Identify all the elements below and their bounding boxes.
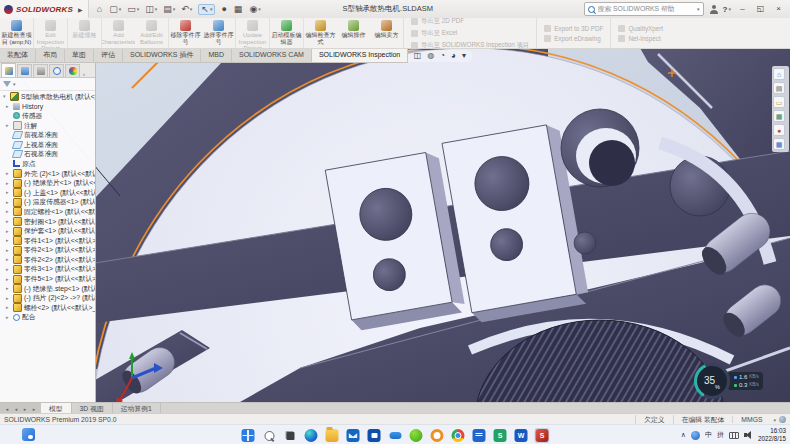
taskbar-app[interactable]	[283, 428, 298, 443]
status-item[interactable]: 欠定义	[635, 415, 672, 425]
headsup-button[interactable]: ◫	[414, 52, 422, 60]
ribbon-button[interactable]: 编辑卖方	[370, 18, 403, 48]
status-item[interactable]: MMGS	[732, 416, 770, 423]
taskbar-app[interactable]	[451, 428, 466, 443]
quick-access-button[interactable]: ◫ ▾	[145, 5, 157, 14]
export-menu-item[interactable]: Net-Inspect	[618, 35, 663, 42]
taskbar-app[interactable]	[262, 428, 277, 443]
status-item[interactable]: 在编辑 装配体	[673, 415, 733, 425]
expand-icon[interactable]: ▸	[6, 200, 11, 205]
search-input[interactable]: 搜索 SOLIDWORKS 帮助 ▾	[584, 2, 704, 16]
command-tab[interactable]: SOLIDWORKS Inspection	[312, 48, 408, 62]
tree-item[interactable]: ▸ 固定螺栓<1> (默认<<默认>_显示状态	[0, 207, 95, 217]
tree-item[interactable]: ▸ 注解	[0, 121, 95, 131]
task-pane-tab[interactable]: ▤	[773, 82, 785, 94]
headsup-button[interactable]: ▾	[462, 52, 466, 60]
expand-icon[interactable]: ▸	[6, 229, 11, 234]
tree-item[interactable]: ▸ 零件2<1> (默认<<默认>_显示状态	[0, 246, 95, 256]
tab-scroll-button[interactable]: ▸	[30, 406, 38, 412]
tree-item[interactable]: ▸ 保护套<1> (默认<<默认>_显示状态	[0, 226, 95, 236]
tree-item[interactable]: ▸ (-) 上盖<1> (默认<<默认>_显示状态	[0, 188, 95, 198]
expand-icon[interactable]: ▸	[6, 181, 11, 186]
quick-access-button[interactable]: ⌂	[97, 5, 103, 14]
headsup-button[interactable]: ◍	[427, 52, 434, 60]
expand-icon[interactable]: ▸	[6, 277, 11, 282]
taskbar-app[interactable]	[472, 428, 487, 443]
expand-icon[interactable]: ▸	[6, 286, 11, 291]
expand-icon[interactable]: ▸	[6, 171, 11, 176]
panel-tab[interactable]	[17, 64, 32, 77]
quick-access-button[interactable]: ▢ ▾	[109, 5, 121, 14]
expand-icon[interactable]: ▸	[6, 248, 11, 253]
status-tag-icon[interactable]	[779, 416, 786, 423]
expand-icon[interactable]: ▸	[6, 219, 11, 224]
expand-icon[interactable]: ▸	[6, 305, 11, 310]
taskbar-app[interactable]	[430, 428, 445, 443]
tray-chevron[interactable]: ∧	[681, 431, 686, 439]
taskbar-app[interactable]	[241, 428, 256, 443]
panel-tab-overflow[interactable]: ›	[83, 71, 85, 77]
taskbar-app[interactable]	[304, 428, 319, 443]
taskbar-app[interactable]	[388, 428, 403, 443]
headsup-button[interactable]: ◔	[440, 52, 445, 60]
tree-item[interactable]: ▸ 外壳 (2)<1> (默认<<默认>_显示状态	[0, 169, 95, 179]
close-button[interactable]: ×	[772, 0, 785, 18]
quick-access-button[interactable]: ◉ ▾	[249, 5, 260, 14]
expand-icon[interactable]: ▸	[6, 123, 11, 128]
tree-item[interactable]: 传感器	[0, 111, 95, 121]
task-pane-tab[interactable]: ▭	[773, 96, 785, 108]
tree-item[interactable]: 上视基准面	[0, 140, 95, 150]
tree-item[interactable]: ▸ (-) 绝缘垫.step<1> (默认<<默认>_显示状态	[0, 284, 95, 294]
tree-item[interactable]: ▸ 零件3<1> (默认<<默认>_显示状态	[0, 265, 95, 275]
taskbar-app[interactable]: W	[514, 428, 529, 443]
taskbar-app[interactable]	[346, 428, 361, 443]
export-menu-item[interactable]: 导出至 2D PDF	[411, 17, 529, 26]
command-tab[interactable]: SOLIDWORKS CAM	[232, 48, 312, 62]
expand-icon[interactable]: ▸	[6, 296, 11, 301]
ribbon-button[interactable]: Update Inspection Project	[235, 18, 269, 48]
tree-filter-row[interactable]: ▾	[0, 78, 95, 91]
export-menu-item[interactable]: Export eDrawing	[544, 35, 603, 42]
ribbon-button[interactable]: Add/Edit Balloons	[135, 18, 168, 48]
tray-shield-icon[interactable]	[691, 431, 700, 440]
quick-access-button[interactable]: ▭ ▾	[127, 5, 139, 14]
minimize-button[interactable]: –	[736, 0, 749, 18]
quick-access-button[interactable]: ▤ ▾	[163, 5, 175, 14]
taskbar-app[interactable]	[325, 428, 340, 443]
taskbar-app[interactable]	[367, 428, 382, 443]
ribbon-button[interactable]: Edit Inspection Project	[33, 18, 67, 48]
units-caret-icon[interactable]: ▾	[773, 417, 776, 423]
command-tab[interactable]: 布局	[36, 48, 65, 62]
touch-keyboard-icon[interactable]	[729, 432, 739, 439]
user-account-icon[interactable]	[709, 5, 718, 14]
tree-item[interactable]: ▸ 零件5<1> (默认<<默认>_显示状态	[0, 274, 95, 284]
panel-tab[interactable]	[65, 64, 80, 77]
expand-icon[interactable]: ▸	[6, 238, 11, 243]
ribbon-button[interactable]: 移除零件序号	[168, 18, 202, 48]
command-tab[interactable]: MBD	[201, 48, 232, 62]
tab-scroll-button[interactable]: ◂	[12, 406, 20, 412]
quick-access-button[interactable]: ↖ ▾	[198, 4, 215, 15]
task-pane-tab[interactable]: ▦	[773, 110, 785, 122]
expand-icon[interactable]: ▸	[6, 209, 11, 214]
menu-flyout-arrow[interactable]: ▶	[78, 6, 83, 13]
export-menu-item[interactable]: QualityXpert	[618, 25, 663, 32]
tab-scroll-button[interactable]: ◂	[3, 406, 11, 412]
expand-icon[interactable]: ▸	[6, 315, 11, 320]
quick-access-button[interactable]: ▦	[234, 5, 244, 14]
clock[interactable]: 16:03 2022/8/15	[758, 427, 786, 443]
widgets-icon[interactable]	[22, 428, 35, 441]
expand-icon[interactable]: ▸	[6, 104, 11, 109]
help-button[interactable]: ? ▾	[723, 5, 731, 14]
tree-item[interactable]: 前视基准面	[0, 130, 95, 140]
expand-icon[interactable]: ▸	[6, 267, 11, 272]
viewport-canvas[interactable]	[0, 48, 790, 402]
ribbon-button[interactable]: 编辑检查方式	[303, 18, 337, 48]
ime-language[interactable]: 中	[705, 430, 712, 440]
tree-item[interactable]: ▸ 配合	[0, 313, 95, 323]
tree-item[interactable]: 右视基准面	[0, 150, 95, 160]
ribbon-button[interactable]: 新建检查项目 (amp;N)	[0, 18, 33, 48]
tree-item[interactable]: ▸ History	[0, 102, 95, 112]
quick-access-button[interactable]: ●	[221, 5, 227, 14]
tree-item[interactable]: ▸ 密封圈<1> (默认<<默认>_显示状态	[0, 217, 95, 227]
